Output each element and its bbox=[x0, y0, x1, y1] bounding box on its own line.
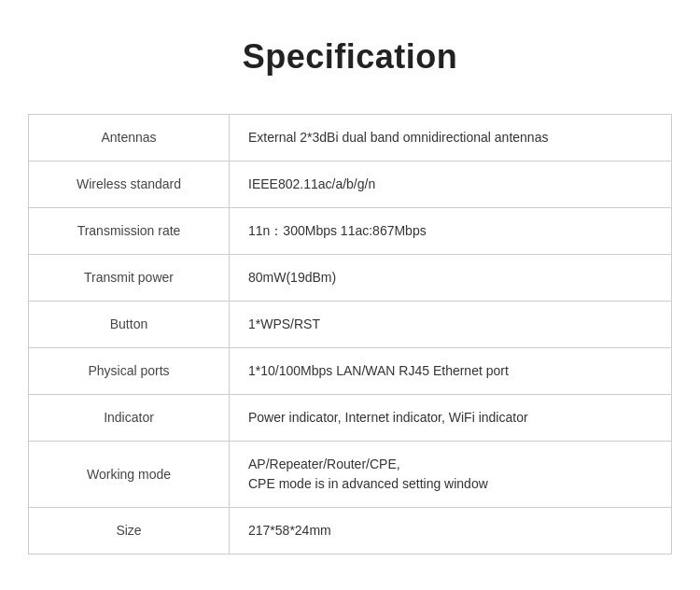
spec-value: External 2*3dBi dual band omnidirectiona… bbox=[230, 115, 672, 162]
table-row: IndicatorPower indicator, Internet indic… bbox=[29, 395, 672, 442]
table-row: AntennasExternal 2*3dBi dual band omnidi… bbox=[29, 115, 672, 162]
table-row: Transmission rate11n：300Mbps 11ac:867Mbp… bbox=[29, 208, 672, 255]
table-row: Wireless standardIEEE802.11ac/a/b/g/n bbox=[29, 162, 672, 208]
table-row: Working modeAP/Repeater/Router/CPE,CPE m… bbox=[29, 442, 672, 508]
spec-value: 217*58*24mm bbox=[230, 508, 672, 555]
spec-label: Working mode bbox=[29, 442, 230, 508]
spec-label: Size bbox=[29, 508, 230, 555]
table-row: Button1*WPS/RST bbox=[29, 302, 672, 348]
table-row: Transmit power80mW(19dBm) bbox=[29, 255, 672, 302]
spec-value: Power indicator, Internet indicator, WiF… bbox=[230, 395, 672, 442]
spec-label: Indicator bbox=[29, 395, 230, 442]
spec-label: Transmit power bbox=[29, 255, 230, 302]
spec-value: AP/Repeater/Router/CPE,CPE mode is in ad… bbox=[230, 442, 672, 508]
spec-value: 11n：300Mbps 11ac:867Mbps bbox=[230, 208, 672, 255]
spec-label: Wireless standard bbox=[29, 162, 230, 208]
spec-value: 1*WPS/RST bbox=[230, 302, 672, 348]
spec-value: IEEE802.11ac/a/b/g/n bbox=[230, 162, 672, 208]
spec-value: 80mW(19dBm) bbox=[230, 255, 672, 302]
spec-label: Antennas bbox=[29, 115, 230, 162]
spec-value: 1*10/100Mbps LAN/WAN RJ45 Ethernet port bbox=[230, 348, 672, 395]
page-title: Specification bbox=[243, 37, 458, 77]
specification-table: AntennasExternal 2*3dBi dual band omnidi… bbox=[28, 114, 672, 555]
spec-label: Transmission rate bbox=[29, 208, 230, 255]
table-row: Size217*58*24mm bbox=[29, 508, 672, 555]
table-row: Physical ports1*10/100Mbps LAN/WAN RJ45 … bbox=[29, 348, 672, 395]
spec-label: Physical ports bbox=[29, 348, 230, 395]
spec-label: Button bbox=[29, 302, 230, 348]
